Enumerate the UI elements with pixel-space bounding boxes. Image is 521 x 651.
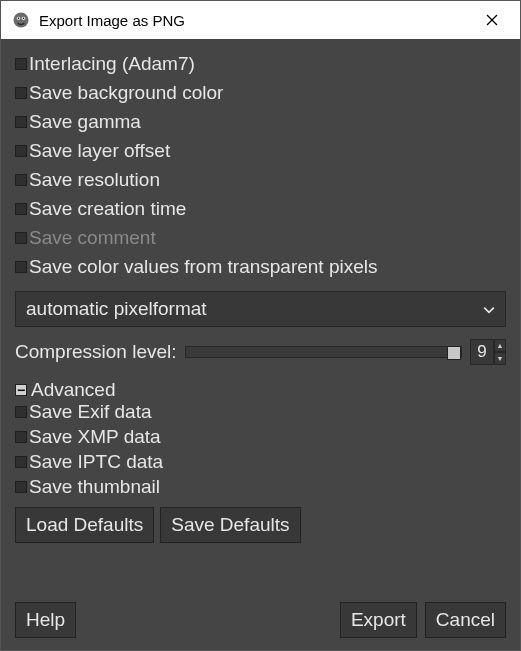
- checkbox-icon[interactable]: [15, 261, 27, 273]
- check-save-gamma[interactable]: Save gamma: [15, 111, 506, 133]
- chevron-down-icon: [483, 302, 495, 317]
- export-button[interactable]: Export: [340, 602, 417, 638]
- check-save-bg[interactable]: Save background color: [15, 82, 506, 104]
- minus-icon[interactable]: −: [15, 384, 27, 396]
- check-label: Save IPTC data: [29, 451, 163, 473]
- checkbox-icon[interactable]: [15, 431, 27, 443]
- check-save-ctime[interactable]: Save creation time: [15, 198, 506, 220]
- compression-spin[interactable]: 9 ▲ ▼: [470, 339, 506, 365]
- check-label: Save color values from transparent pixel…: [29, 256, 378, 278]
- check-iptc[interactable]: Save IPTC data: [15, 451, 506, 473]
- checkbox-icon[interactable]: [15, 481, 27, 493]
- check-label: Save Exif data: [29, 401, 152, 423]
- save-defaults-button[interactable]: Save Defaults: [160, 507, 300, 543]
- checkbox-icon[interactable]: [15, 406, 27, 418]
- pixelformat-value: automatic pixelformat: [26, 298, 483, 320]
- check-exif[interactable]: Save Exif data: [15, 401, 506, 423]
- checkbox-icon[interactable]: [15, 203, 27, 215]
- advanced-expander[interactable]: − Advanced: [15, 379, 506, 401]
- compression-label: Compression level:: [15, 341, 177, 363]
- advanced-label: Advanced: [31, 379, 116, 401]
- check-save-resolution[interactable]: Save resolution: [15, 169, 506, 191]
- check-save-comment: Save comment: [15, 227, 506, 249]
- check-label: Save layer offset: [29, 140, 170, 162]
- compression-slider[interactable]: [185, 346, 462, 358]
- checkbox-icon[interactable]: [15, 145, 27, 157]
- checkbox-icon: [15, 232, 27, 244]
- pixelformat-select[interactable]: automatic pixelformat: [15, 291, 506, 327]
- window-title: Export Image as PNG: [39, 12, 472, 29]
- check-xmp[interactable]: Save XMP data: [15, 426, 506, 448]
- client-area: Interlacing (Adam7) Save background colo…: [1, 39, 520, 650]
- svg-point-3: [18, 18, 20, 20]
- check-label: Save XMP data: [29, 426, 161, 448]
- app-icon: [11, 10, 31, 30]
- check-label: Save gamma: [29, 111, 141, 133]
- checkbox-icon[interactable]: [15, 58, 27, 70]
- slider-knob[interactable]: [447, 346, 461, 360]
- checkbox-icon[interactable]: [15, 116, 27, 128]
- close-icon[interactable]: [472, 1, 512, 39]
- checkbox-icon[interactable]: [15, 456, 27, 468]
- check-label: Save background color: [29, 82, 223, 104]
- checkbox-icon[interactable]: [15, 174, 27, 186]
- help-button[interactable]: Help: [15, 602, 76, 638]
- spin-up-icon[interactable]: ▲: [494, 339, 506, 352]
- check-label: Save comment: [29, 227, 156, 249]
- spin-down-icon[interactable]: ▼: [494, 352, 506, 365]
- svg-point-4: [23, 18, 25, 20]
- check-label: Interlacing (Adam7): [29, 53, 195, 75]
- checkbox-icon[interactable]: [15, 87, 27, 99]
- check-label: Save thumbnail: [29, 476, 160, 498]
- load-defaults-button[interactable]: Load Defaults: [15, 507, 154, 543]
- check-label: Save creation time: [29, 198, 186, 220]
- export-png-dialog: Export Image as PNG Interlacing (Adam7) …: [0, 0, 521, 651]
- check-interlacing[interactable]: Interlacing (Adam7): [15, 53, 506, 75]
- cancel-button[interactable]: Cancel: [425, 602, 506, 638]
- check-thumb[interactable]: Save thumbnail: [15, 476, 506, 498]
- svg-point-0: [14, 13, 29, 28]
- check-save-color-trans[interactable]: Save color values from transparent pixel…: [15, 256, 506, 278]
- check-label: Save resolution: [29, 169, 160, 191]
- compression-row: Compression level: 9 ▲ ▼: [15, 339, 506, 365]
- check-save-layer-offset[interactable]: Save layer offset: [15, 140, 506, 162]
- compression-value[interactable]: 9: [470, 339, 494, 365]
- titlebar: Export Image as PNG: [1, 1, 520, 39]
